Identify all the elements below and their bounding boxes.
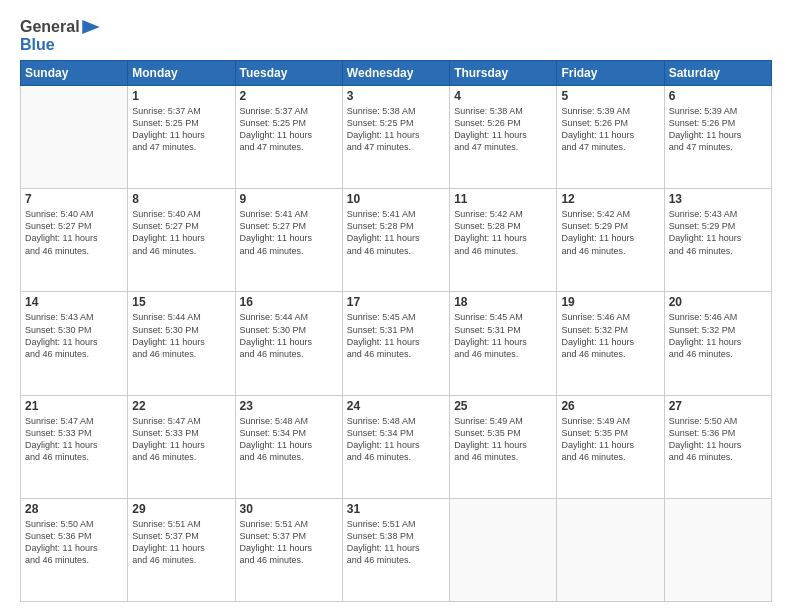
day-info: Sunrise: 5:50 AM Sunset: 5:36 PM Dayligh… xyxy=(25,518,123,567)
day-number: 2 xyxy=(240,89,338,103)
day-info: Sunrise: 5:49 AM Sunset: 5:35 PM Dayligh… xyxy=(454,415,552,464)
calendar-week-row: 28Sunrise: 5:50 AM Sunset: 5:36 PM Dayli… xyxy=(21,498,772,601)
day-number: 3 xyxy=(347,89,445,103)
calendar-day-cell: 18Sunrise: 5:45 AM Sunset: 5:31 PM Dayli… xyxy=(450,292,557,395)
day-info: Sunrise: 5:41 AM Sunset: 5:27 PM Dayligh… xyxy=(240,208,338,257)
day-number: 14 xyxy=(25,295,123,309)
day-number: 22 xyxy=(132,399,230,413)
day-info: Sunrise: 5:44 AM Sunset: 5:30 PM Dayligh… xyxy=(132,311,230,360)
day-info: Sunrise: 5:45 AM Sunset: 5:31 PM Dayligh… xyxy=(454,311,552,360)
day-info: Sunrise: 5:49 AM Sunset: 5:35 PM Dayligh… xyxy=(561,415,659,464)
calendar-day-cell: 7Sunrise: 5:40 AM Sunset: 5:27 PM Daylig… xyxy=(21,189,128,292)
day-info: Sunrise: 5:38 AM Sunset: 5:25 PM Dayligh… xyxy=(347,105,445,154)
day-number: 15 xyxy=(132,295,230,309)
calendar-day-header: Wednesday xyxy=(342,61,449,86)
calendar-day-header: Thursday xyxy=(450,61,557,86)
day-number: 29 xyxy=(132,502,230,516)
calendar-day-cell: 8Sunrise: 5:40 AM Sunset: 5:27 PM Daylig… xyxy=(128,189,235,292)
calendar-day-cell: 27Sunrise: 5:50 AM Sunset: 5:36 PM Dayli… xyxy=(664,395,771,498)
day-info: Sunrise: 5:40 AM Sunset: 5:27 PM Dayligh… xyxy=(132,208,230,257)
day-number: 28 xyxy=(25,502,123,516)
calendar-day-cell: 5Sunrise: 5:39 AM Sunset: 5:26 PM Daylig… xyxy=(557,86,664,189)
calendar-day-cell: 14Sunrise: 5:43 AM Sunset: 5:30 PM Dayli… xyxy=(21,292,128,395)
day-info: Sunrise: 5:45 AM Sunset: 5:31 PM Dayligh… xyxy=(347,311,445,360)
day-info: Sunrise: 5:43 AM Sunset: 5:30 PM Dayligh… xyxy=(25,311,123,360)
page: General Blue SundayMondayTuesdayWednesda… xyxy=(0,0,792,612)
day-number: 1 xyxy=(132,89,230,103)
calendar-day-cell: 2Sunrise: 5:37 AM Sunset: 5:25 PM Daylig… xyxy=(235,86,342,189)
day-number: 30 xyxy=(240,502,338,516)
day-number: 18 xyxy=(454,295,552,309)
logo-arrow-icon xyxy=(82,20,100,34)
day-number: 12 xyxy=(561,192,659,206)
day-number: 11 xyxy=(454,192,552,206)
calendar-day-cell: 9Sunrise: 5:41 AM Sunset: 5:27 PM Daylig… xyxy=(235,189,342,292)
day-number: 17 xyxy=(347,295,445,309)
calendar-day-cell: 29Sunrise: 5:51 AM Sunset: 5:37 PM Dayli… xyxy=(128,498,235,601)
calendar-day-cell xyxy=(450,498,557,601)
calendar-day-cell: 13Sunrise: 5:43 AM Sunset: 5:29 PM Dayli… xyxy=(664,189,771,292)
calendar-day-cell: 6Sunrise: 5:39 AM Sunset: 5:26 PM Daylig… xyxy=(664,86,771,189)
day-number: 16 xyxy=(240,295,338,309)
day-number: 20 xyxy=(669,295,767,309)
calendar-day-cell: 23Sunrise: 5:48 AM Sunset: 5:34 PM Dayli… xyxy=(235,395,342,498)
day-number: 31 xyxy=(347,502,445,516)
calendar-day-cell: 4Sunrise: 5:38 AM Sunset: 5:26 PM Daylig… xyxy=(450,86,557,189)
calendar-day-cell: 15Sunrise: 5:44 AM Sunset: 5:30 PM Dayli… xyxy=(128,292,235,395)
day-info: Sunrise: 5:39 AM Sunset: 5:26 PM Dayligh… xyxy=(669,105,767,154)
logo-general-text: General xyxy=(20,18,80,36)
calendar-day-cell: 12Sunrise: 5:42 AM Sunset: 5:29 PM Dayli… xyxy=(557,189,664,292)
day-number: 19 xyxy=(561,295,659,309)
calendar-day-cell: 19Sunrise: 5:46 AM Sunset: 5:32 PM Dayli… xyxy=(557,292,664,395)
calendar-day-header: Monday xyxy=(128,61,235,86)
calendar-week-row: 21Sunrise: 5:47 AM Sunset: 5:33 PM Dayli… xyxy=(21,395,772,498)
day-number: 7 xyxy=(25,192,123,206)
calendar-day-cell: 24Sunrise: 5:48 AM Sunset: 5:34 PM Dayli… xyxy=(342,395,449,498)
calendar-day-cell: 17Sunrise: 5:45 AM Sunset: 5:31 PM Dayli… xyxy=(342,292,449,395)
day-number: 6 xyxy=(669,89,767,103)
day-number: 9 xyxy=(240,192,338,206)
calendar-day-cell: 16Sunrise: 5:44 AM Sunset: 5:30 PM Dayli… xyxy=(235,292,342,395)
calendar-day-header: Friday xyxy=(557,61,664,86)
calendar-day-cell: 10Sunrise: 5:41 AM Sunset: 5:28 PM Dayli… xyxy=(342,189,449,292)
day-info: Sunrise: 5:46 AM Sunset: 5:32 PM Dayligh… xyxy=(561,311,659,360)
day-info: Sunrise: 5:40 AM Sunset: 5:27 PM Dayligh… xyxy=(25,208,123,257)
logo: General Blue xyxy=(20,18,100,54)
calendar-day-cell: 3Sunrise: 5:38 AM Sunset: 5:25 PM Daylig… xyxy=(342,86,449,189)
day-info: Sunrise: 5:47 AM Sunset: 5:33 PM Dayligh… xyxy=(25,415,123,464)
day-info: Sunrise: 5:38 AM Sunset: 5:26 PM Dayligh… xyxy=(454,105,552,154)
day-info: Sunrise: 5:51 AM Sunset: 5:37 PM Dayligh… xyxy=(240,518,338,567)
calendar-day-cell: 22Sunrise: 5:47 AM Sunset: 5:33 PM Dayli… xyxy=(128,395,235,498)
day-info: Sunrise: 5:37 AM Sunset: 5:25 PM Dayligh… xyxy=(240,105,338,154)
day-number: 24 xyxy=(347,399,445,413)
day-info: Sunrise: 5:41 AM Sunset: 5:28 PM Dayligh… xyxy=(347,208,445,257)
day-number: 23 xyxy=(240,399,338,413)
svg-marker-0 xyxy=(82,20,100,34)
calendar-day-header: Saturday xyxy=(664,61,771,86)
calendar-day-cell: 1Sunrise: 5:37 AM Sunset: 5:25 PM Daylig… xyxy=(128,86,235,189)
calendar-day-cell: 11Sunrise: 5:42 AM Sunset: 5:28 PM Dayli… xyxy=(450,189,557,292)
day-number: 27 xyxy=(669,399,767,413)
day-number: 5 xyxy=(561,89,659,103)
day-number: 13 xyxy=(669,192,767,206)
calendar-header-row: SundayMondayTuesdayWednesdayThursdayFrid… xyxy=(21,61,772,86)
calendar-table: SundayMondayTuesdayWednesdayThursdayFrid… xyxy=(20,60,772,602)
calendar-day-header: Sunday xyxy=(21,61,128,86)
day-info: Sunrise: 5:51 AM Sunset: 5:37 PM Dayligh… xyxy=(132,518,230,567)
calendar-day-cell: 30Sunrise: 5:51 AM Sunset: 5:37 PM Dayli… xyxy=(235,498,342,601)
day-info: Sunrise: 5:47 AM Sunset: 5:33 PM Dayligh… xyxy=(132,415,230,464)
day-info: Sunrise: 5:51 AM Sunset: 5:38 PM Dayligh… xyxy=(347,518,445,567)
calendar-day-cell: 21Sunrise: 5:47 AM Sunset: 5:33 PM Dayli… xyxy=(21,395,128,498)
calendar-week-row: 7Sunrise: 5:40 AM Sunset: 5:27 PM Daylig… xyxy=(21,189,772,292)
calendar-week-row: 1Sunrise: 5:37 AM Sunset: 5:25 PM Daylig… xyxy=(21,86,772,189)
calendar-day-cell: 25Sunrise: 5:49 AM Sunset: 5:35 PM Dayli… xyxy=(450,395,557,498)
day-info: Sunrise: 5:44 AM Sunset: 5:30 PM Dayligh… xyxy=(240,311,338,360)
day-info: Sunrise: 5:50 AM Sunset: 5:36 PM Dayligh… xyxy=(669,415,767,464)
day-info: Sunrise: 5:42 AM Sunset: 5:28 PM Dayligh… xyxy=(454,208,552,257)
calendar-day-header: Tuesday xyxy=(235,61,342,86)
logo-blue-text: Blue xyxy=(20,36,55,54)
calendar-week-row: 14Sunrise: 5:43 AM Sunset: 5:30 PM Dayli… xyxy=(21,292,772,395)
calendar-day-cell xyxy=(21,86,128,189)
calendar-day-cell: 26Sunrise: 5:49 AM Sunset: 5:35 PM Dayli… xyxy=(557,395,664,498)
day-number: 4 xyxy=(454,89,552,103)
